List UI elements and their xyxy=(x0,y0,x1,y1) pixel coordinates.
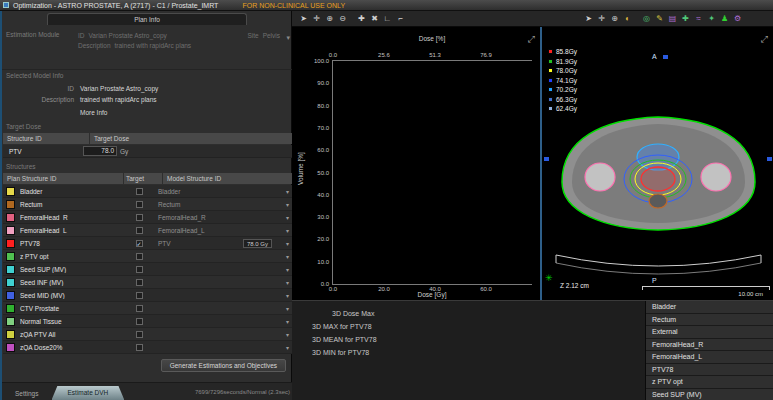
pointer-tool-icon[interactable]: ➤ xyxy=(297,12,310,25)
model-description-value: trained with rapidArc plans xyxy=(80,96,157,103)
model-structure-select[interactable]: ▾ xyxy=(158,250,292,262)
structure-name: CTV Prostate xyxy=(20,305,120,312)
pointer-tool-icon[interactable]: ➤ xyxy=(582,12,595,25)
structure-name: Seed SUP (MV) xyxy=(20,266,120,273)
isodose-level-label: 74.1Gy xyxy=(556,77,577,84)
expand-icon[interactable]: ⤢ xyxy=(761,35,768,44)
model-structure-value: FemoralHead_R xyxy=(158,214,206,221)
target-checkbox[interactable] xyxy=(136,344,143,351)
tab-estimate-dvh[interactable]: Estimate DVH xyxy=(52,386,125,400)
more-info-link[interactable]: More Info xyxy=(80,109,107,116)
target-checkbox[interactable] xyxy=(136,331,143,338)
isodose-legend-row: 66.3Gy xyxy=(548,95,577,105)
isodose-tool-icon[interactable]: ◎ xyxy=(640,12,653,25)
profile-tool-icon[interactable]: ≈ xyxy=(692,12,705,25)
model-structure-select[interactable]: ▾ xyxy=(158,341,292,353)
structure-list-item[interactable]: FemoralHead_R xyxy=(646,339,773,352)
model-structure-select[interactable]: Bladder▾ xyxy=(158,185,292,197)
target-checkbox[interactable] xyxy=(136,214,143,221)
structure-color-chip xyxy=(6,291,15,300)
structure-color-chip xyxy=(6,213,15,222)
isodose-color-swatch xyxy=(548,59,553,64)
target-cell xyxy=(120,201,158,208)
pan-tool-icon[interactable]: ✛ xyxy=(310,12,323,25)
structure-row[interactable]: zQA PTV All▾ xyxy=(3,328,292,341)
structure-row[interactable]: zQA Dose20%▾ xyxy=(3,341,292,354)
structure-row[interactable]: Seed MID (MV)▾ xyxy=(3,289,292,302)
dose-statistic-item[interactable]: 3D MEAN for PTV78 xyxy=(304,333,377,346)
target-checkbox[interactable]: ✓ xyxy=(136,240,143,247)
structure-row[interactable]: FemoralHead_RFemoralHead_R▾ xyxy=(3,211,292,224)
structure-row[interactable]: PTV78✓PTV78.0 Gy▾ xyxy=(3,237,292,250)
target-cell xyxy=(120,331,158,338)
target-checkbox[interactable] xyxy=(136,279,143,286)
slice-position-label: Z 2.12 cm xyxy=(560,282,589,289)
structure-list-item[interactable]: Bladder xyxy=(646,301,773,314)
settings-tool-icon[interactable]: ⚙ xyxy=(731,12,744,25)
model-structure-select[interactable]: FemoralHead_R▾ xyxy=(158,211,292,223)
delete-tool-icon[interactable]: ✖ xyxy=(368,12,381,25)
optimization-window: Optimization - ASTRO PROSTATE, A (2717) … xyxy=(0,0,773,400)
pan-tool-icon[interactable]: ✛ xyxy=(595,12,608,25)
generate-estimations-button[interactable]: Generate Estimations and Objectives xyxy=(161,359,286,372)
model-structure-select[interactable]: Rectum▾ xyxy=(158,198,292,210)
row-target-dose-select[interactable]: 78.0 Gy xyxy=(243,239,272,248)
colorwash-tool-icon[interactable]: ▤ xyxy=(666,12,679,25)
estimation-description-label: Description xyxy=(78,41,111,51)
structure-list-item[interactable]: FemoralHead_L xyxy=(646,351,773,364)
structure-list-item[interactable]: PTV78 xyxy=(646,364,773,377)
model-structure-select[interactable]: ▾ xyxy=(158,263,292,275)
structure-row[interactable]: BladderBladder▾ xyxy=(3,185,292,198)
structure-list-item[interactable]: Rectum xyxy=(646,314,773,327)
model-structure-select[interactable]: ▾ xyxy=(158,276,292,288)
model-structure-select[interactable]: ▾ xyxy=(158,328,292,340)
chevron-down-icon[interactable]: ▾ xyxy=(286,34,290,42)
window-level-tool-icon[interactable]: ◐ xyxy=(621,12,634,25)
target-checkbox[interactable] xyxy=(136,227,143,234)
target-checkbox[interactable] xyxy=(136,201,143,208)
target-dose-input[interactable]: 78.0 xyxy=(83,146,117,156)
tab-plan-info[interactable]: Plan Info xyxy=(47,13,247,25)
structure-list-item[interactable]: External xyxy=(646,326,773,339)
structure-row[interactable]: Seed SUP (MV)▾ xyxy=(3,263,292,276)
structure-row[interactable]: CTV Prostate▾ xyxy=(3,302,292,315)
model-structure-select[interactable]: ▾ xyxy=(158,315,292,327)
y-axis-range-tool-icon[interactable]: ⌐ xyxy=(394,12,407,25)
zoom-in-tool-icon[interactable]: ⊕ xyxy=(608,12,621,25)
dvh-plot-area[interactable]: 0.025.651.376.9 0.010.020.030.040.050.06… xyxy=(332,60,532,285)
structure-row[interactable]: RectumRectum▾ xyxy=(3,198,292,211)
ct-view[interactable]: 85.8Gy81.9Gy78.0Gy74.1Gy70.2Gy66.3Gy62.4… xyxy=(540,27,773,300)
structure-list-item[interactable]: Seed SUP (MV) xyxy=(646,389,773,400)
chevron-down-icon: ▾ xyxy=(286,279,289,286)
dose-statistic-item[interactable]: 3D MIN for PTV78 xyxy=(304,346,377,359)
model-structure-select[interactable]: ▾ xyxy=(158,302,292,314)
structure-row[interactable]: FemoralHead_LFemoralHead_L▾ xyxy=(3,224,292,237)
estimation-module-select[interactable]: ID Varian Prostate Astro_copy Site Pelvi… xyxy=(78,31,280,51)
target-checkbox[interactable] xyxy=(136,292,143,299)
y-tick-label: 90.0 xyxy=(317,80,329,86)
measure-tool-icon[interactable]: ✚ xyxy=(679,12,692,25)
model-structure-select[interactable]: ▾ xyxy=(158,289,292,301)
structure-row[interactable]: Normal Tissue▾ xyxy=(3,315,292,328)
contour-tool-icon[interactable]: ✎ xyxy=(653,12,666,25)
target-checkbox[interactable] xyxy=(136,253,143,260)
patient-orientation-tool-icon[interactable]: ♟ xyxy=(718,12,731,25)
target-dose-row[interactable]: PTV 78.0 Gy xyxy=(3,145,292,158)
zoom-in-tool-icon[interactable]: ⊕ xyxy=(323,12,336,25)
crosshair-tool-icon[interactable]: ✚ xyxy=(355,12,368,25)
target-checkbox[interactable] xyxy=(136,188,143,195)
tab-settings[interactable]: Settings xyxy=(8,388,46,400)
reference-point-tool-icon[interactable]: ✦ xyxy=(705,12,718,25)
structure-row[interactable]: Seed INF (MV)▾ xyxy=(3,276,292,289)
dose-statistic-item[interactable]: 3D Dose Max xyxy=(304,307,377,320)
target-checkbox[interactable] xyxy=(136,318,143,325)
target-checkbox[interactable] xyxy=(136,266,143,273)
x-axis-range-tool-icon[interactable]: ∟ xyxy=(381,12,394,25)
model-structure-select[interactable]: FemoralHead_L▾ xyxy=(158,224,292,236)
target-checkbox[interactable] xyxy=(136,305,143,312)
model-structure-select[interactable]: PTV78.0 Gy▾ xyxy=(158,237,292,249)
dose-statistic-item[interactable]: 3D MAX for PTV78 xyxy=(304,320,377,333)
zoom-out-tool-icon[interactable]: ⊖ xyxy=(336,12,349,25)
structure-row[interactable]: z PTV opt▾ xyxy=(3,250,292,263)
structure-list-item[interactable]: z PTV opt xyxy=(646,376,773,389)
